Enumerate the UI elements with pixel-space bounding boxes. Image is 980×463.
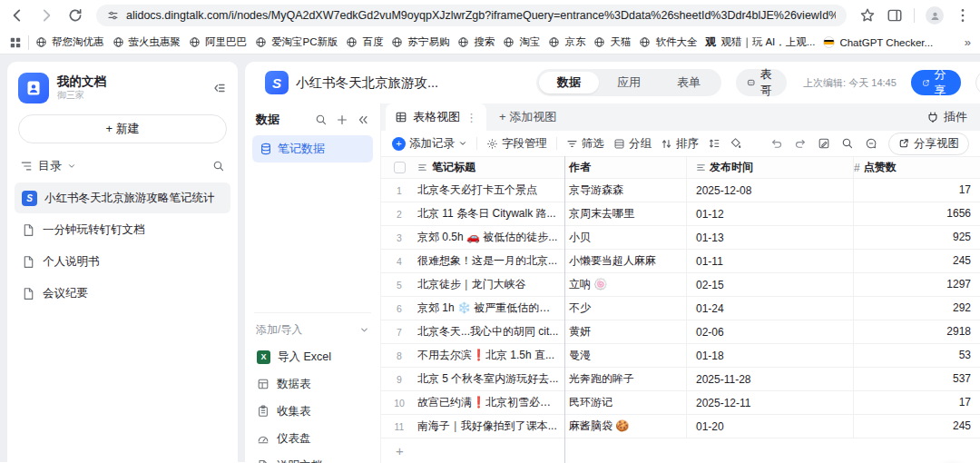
cell-likes[interactable]: 925 xyxy=(853,226,980,249)
sort-button[interactable]: 排序 xyxy=(661,136,699,152)
group-button[interactable]: 分组 xyxy=(613,136,652,152)
search-icon[interactable] xyxy=(315,113,328,126)
cell-title[interactable]: 北京 5 个秋冬室内游玩好去... xyxy=(417,371,564,387)
search-icon[interactable] xyxy=(841,137,854,150)
cell-likes[interactable]: 245 xyxy=(853,250,980,272)
cell-author[interactable]: 民环游记 xyxy=(564,395,686,410)
cell-date[interactable]: 01-18 xyxy=(686,344,853,367)
table-row[interactable]: 4 很难想象！这是一月的北京... 小懒要当超人麻麻 01-11 245 xyxy=(381,250,980,273)
cell-title[interactable]: 北京 11 条冬日 Citywalk 路... xyxy=(417,206,564,222)
column-header-date[interactable]: 发布时间 xyxy=(686,157,853,178)
table-row[interactable]: 7 北京冬天...我心中的胡同 cit... 黄妍 02-06 2918 xyxy=(381,320,980,344)
cell-title[interactable]: 北京冬天必打卡五个景点 xyxy=(417,182,564,198)
tab-app[interactable]: 应用 xyxy=(599,72,659,94)
import-excel-item[interactable]: X 导入 Excel xyxy=(245,343,380,370)
collect-form-item[interactable]: 收集表 xyxy=(245,398,380,425)
cell-date[interactable]: 02-15 xyxy=(686,273,853,296)
browser-profile-avatar[interactable] xyxy=(926,6,944,25)
cell-likes[interactable]: 292 xyxy=(853,297,980,320)
back-icon[interactable] xyxy=(9,7,25,24)
select-all-checkbox[interactable] xyxy=(394,162,406,173)
column-header-likes[interactable]: # 点赞数 xyxy=(853,157,980,178)
view-options-icon[interactable]: ⋮ xyxy=(466,111,477,124)
frozen-column-divider[interactable] xyxy=(564,156,565,463)
share-view-button[interactable]: 分享视图 xyxy=(888,133,969,155)
refresh-icon[interactable] xyxy=(67,7,83,24)
column-header-author[interactable]: 作者 xyxy=(564,160,686,175)
cell-title[interactable]: 北京冬天...我心中的胡同 cit... xyxy=(417,324,564,340)
new-doc-button[interactable]: + 新建 xyxy=(18,114,227,143)
cell-date[interactable]: 2025-12-11 xyxy=(686,391,853,414)
dashboard-item[interactable]: 仪表盘 xyxy=(245,425,380,452)
cell-author[interactable]: 不少 xyxy=(564,300,686,316)
cell-date[interactable]: 01-12 xyxy=(686,202,853,225)
share-button[interactable]: 分享 xyxy=(911,70,961,95)
bookmark-item[interactable]: 萤火虫惠聚 xyxy=(113,35,181,49)
advanced-permission-button[interactable]: 高级权限 xyxy=(975,70,980,95)
apps-grid-icon[interactable] xyxy=(9,36,22,49)
collapse-sidebar-icon[interactable] xyxy=(212,81,227,95)
add-view-button[interactable]: + 添加视图 xyxy=(486,103,569,131)
bookmark-item-guan[interactable]: 观 观猎｜玩 AI，上观... xyxy=(705,34,815,50)
bookmark-item-chatgpt[interactable]: ChatGPT Checker... xyxy=(823,36,933,48)
bookmark-item[interactable]: 帮您淘优惠 xyxy=(35,35,104,49)
table-row[interactable]: 1 北京冬天必打卡五个景点 京导游森森 2025-12-08 17 xyxy=(381,179,980,202)
tab-form[interactable]: 表单 xyxy=(659,72,719,94)
search-icon[interactable] xyxy=(212,160,225,172)
edit-record-icon[interactable] xyxy=(818,137,830,150)
tab-data[interactable]: 数据 xyxy=(539,72,599,94)
catalog-label[interactable]: 目录 xyxy=(38,158,62,174)
column-header-title[interactable]: 笔记标题 xyxy=(417,160,564,175)
cell-date[interactable]: 01-20 xyxy=(686,415,853,438)
cell-author[interactable]: 立呐 🍥 xyxy=(564,277,686,292)
cell-likes[interactable]: 17 xyxy=(853,391,980,414)
bookmark-item[interactable]: 苏宁易购 xyxy=(391,35,449,49)
cell-likes[interactable]: 53 xyxy=(853,344,980,367)
cell-author[interactable]: 京导游森森 xyxy=(564,182,686,198)
cell-author[interactable]: 小懒要当超人麻麻 xyxy=(564,253,686,269)
bookmark-item[interactable]: 阿里巴巴 xyxy=(189,35,247,49)
cell-title[interactable]: 南海子｜我好像拍到了课本... xyxy=(417,419,564,434)
table-row[interactable]: 2 北京 11 条冬日 Citywalk 路... 京周末去哪里 01-12 1… xyxy=(381,202,980,226)
cell-date[interactable]: 2025-11-28 xyxy=(686,368,853,390)
bookmark-item[interactable]: 天猫 xyxy=(593,35,631,49)
filter-button[interactable]: 筛选 xyxy=(566,136,604,152)
cell-likes[interactable]: 537 xyxy=(853,368,980,390)
bookmark-item[interactable]: 京东 xyxy=(548,35,585,49)
comment-icon[interactable] xyxy=(865,137,877,150)
table-row[interactable]: 11 南海子｜我好像拍到了课本... 麻酱脑袋 🍪 01-20 245 xyxy=(381,415,980,438)
sidebar-item-personal-manual[interactable]: 个人说明书 xyxy=(15,246,230,277)
field-manage-button[interactable]: 字段管理 xyxy=(486,136,547,152)
add-record-button[interactable]: + 添加记录 xyxy=(392,136,467,152)
side-panel-icon[interactable] xyxy=(887,7,903,24)
cell-title[interactable]: 京郊 1h ❄️ 被严重低估的冬... xyxy=(417,300,564,316)
cell-date[interactable]: 01-13 xyxy=(686,226,853,249)
cell-author[interactable]: 小贝 xyxy=(564,230,686,245)
table-row[interactable]: 10 故宫已约满❗北京初雪必打... 民环游记 2025-12-11 17 xyxy=(381,391,980,415)
cell-title[interactable]: 不用去尔滨❗北京 1.5h 直... xyxy=(417,348,564,363)
cell-likes[interactable]: 17 xyxy=(853,179,980,202)
cell-likes[interactable]: 2918 xyxy=(853,320,980,343)
cell-date[interactable]: 2025-12-08 xyxy=(686,179,853,202)
cell-author[interactable]: 京周末去哪里 xyxy=(564,206,686,222)
table-row[interactable]: 5 北京徒步｜龙门大峡谷 立呐 🍥 02-15 1297 xyxy=(381,273,980,297)
site-settings-icon[interactable] xyxy=(107,9,119,22)
table-row[interactable]: 6 京郊 1h ❄️ 被严重低估的冬... 不少 01-24 292 xyxy=(381,297,980,320)
bookmark-item[interactable]: 百度 xyxy=(346,35,383,49)
cell-author[interactable]: 曼漫 xyxy=(564,348,686,363)
bookmark-item[interactable]: 爱淘宝PC新版 xyxy=(255,35,338,49)
add-import-section[interactable]: 添加/导入 xyxy=(245,313,380,343)
tab-table-view[interactable]: 表格视图 ⋮ xyxy=(386,103,486,131)
row-height-icon[interactable] xyxy=(708,137,720,150)
cell-likes[interactable]: 1297 xyxy=(853,273,980,296)
paint-fill-icon[interactable] xyxy=(730,137,742,150)
bookmark-star-icon[interactable] xyxy=(859,7,876,24)
cell-likes[interactable]: 245 xyxy=(853,415,980,438)
cell-title[interactable]: 故宫已约满❗北京初雪必打... xyxy=(417,395,564,410)
sidebar-item-dingtalk-doc[interactable]: 一分钟玩转钉钉文档 xyxy=(15,214,230,245)
readme-doc-item[interactable]: 说明文档 xyxy=(245,452,380,463)
cell-likes[interactable]: 1656 xyxy=(853,202,980,225)
biaoge-assistant-button[interactable]: 表哥 xyxy=(736,69,787,96)
cell-date[interactable]: 01-11 xyxy=(686,250,853,272)
plugin-button[interactable]: 插件 xyxy=(914,103,980,131)
